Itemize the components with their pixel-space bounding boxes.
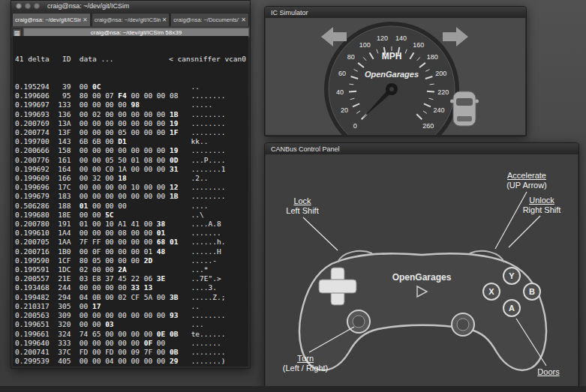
cansniffer-header-columns: 41 delta ID data ... (15, 55, 114, 64)
turn-signal-right-icon (443, 27, 468, 46)
tab-close-icon[interactable]: ✕ (83, 16, 88, 23)
cansniffer-row: 0.200666 158 00 00 00 00 00 00 00 19 ...… (15, 146, 246, 155)
desktop-edge (0, 386, 586, 392)
maximize-button[interactable] (34, 3, 40, 9)
svg-text:220: 220 (437, 88, 449, 96)
terminal-tab[interactable]: craig@nsa: ~/dev/git/ICSim✕ (12, 13, 91, 26)
cansniffer-row: 0.200563 309 00 00 00 00 00 00 00 93 ...… (15, 311, 246, 320)
cansniffer-row: 0.199692 164 00 00 C0 1A 00 00 00 31 ...… (15, 165, 246, 174)
cansniffer-row: 0.199590 1CF 80 05 00 00 00 2D .....- (15, 256, 246, 265)
cansniffer-row: 0.200774 13F 00 00 00 05 00 00 00 1F ...… (15, 128, 246, 137)
svg-text:120: 120 (377, 34, 388, 42)
cansniffer-row: 0.199661 324 74 65 00 00 00 00 0E 0B te.… (15, 330, 246, 339)
cansniffer-row: 0.200716 1B0 00 0F 00 00 00 01 48 ......… (15, 247, 246, 256)
cansniffer-row: 0.199609 166 00 32 00 18 .2.. (15, 174, 246, 183)
ic-simulator-title: IC Simulator (271, 9, 308, 16)
car-status-icon (450, 91, 479, 126)
face-button-label: Y (509, 271, 515, 280)
controller-brand: OpenGarages (392, 272, 452, 283)
cansniffer-row: 0.210317 305 00 17 .. (15, 302, 246, 311)
cansniffer-row: 0.299539 405 00 00 04 00 00 00 00 29 ...… (15, 357, 246, 366)
cansniffer-row: 0.199482 294 04 0B 00 02 CF 5A 00 3B ...… (15, 293, 246, 302)
terminal-titlebar[interactable]: craig@nsa: ~/dev/git/ICSim (11, 1, 250, 11)
svg-text:20: 20 (341, 106, 348, 114)
tab-label: craig@nsa: ~/dev/git/ICSim (15, 16, 81, 23)
ic-simulator-window: IC Simulator 020406080100120140160180200… (264, 6, 527, 136)
tab-close-icon[interactable]: ✕ (241, 16, 246, 23)
cansniffer-row: 0.199610 1A4 00 00 00 08 00 00 01 ......… (15, 229, 246, 238)
cansniffer-row: 0.506286 188 01 00 00 00 .... (15, 202, 246, 211)
cansniffer-row: 0.200741 37C FD 00 FD 00 09 7F 00 0B ...… (15, 348, 246, 357)
right-stick-icon (452, 313, 474, 336)
cansniffer-row: 0.200557 21E 03 E8 37 45 22 06 3E ..7E".… (15, 274, 246, 283)
face-button-label: A (509, 304, 515, 313)
cansniffer-row: 0.200705 1AA 7F FF 00 00 00 00 68 01 ...… (15, 238, 246, 247)
cansniffer-row: 0.199640 333 00 00 00 00 00 0F 00 ......… (15, 339, 246, 348)
cansniffer-header: 41 delta ID data ... < cansniffer vcan0 (15, 55, 246, 64)
minimize-button[interactable] (25, 3, 31, 9)
cansniffer-row: 0.200780 191 01 00 10 A1 41 00 38 ....A.… (15, 220, 246, 229)
window-title: craig@nsa: ~/dev/git/ICSim (47, 2, 129, 10)
close-button[interactable] (16, 3, 22, 9)
canbus-control-panel-title: CANBus Control Panel (271, 145, 340, 153)
canbus-control-panel-window: CANBus Control Panel (264, 142, 579, 388)
layout-grid-icon: ▦ (12, 28, 22, 37)
svg-text:140: 140 (395, 34, 407, 42)
cansniffer-row: 0.199591 1DC 02 00 00 2A ...* (15, 265, 246, 274)
left-stick-icon (347, 310, 370, 333)
label-doors: Doors (522, 367, 575, 377)
canbus-control-panel-body: OpenGarages YXBA Accelerate (UP Arrow) L… (266, 154, 578, 386)
cansniffer-row: 0.199693 136 00 02 00 00 00 00 00 1B ...… (15, 110, 246, 119)
svg-text:60: 60 (338, 70, 346, 77)
cansniffer-row: 0.199606 95 80 00 07 F4 00 00 00 08 ....… (15, 91, 246, 100)
terminal-window: craig@nsa: ~/dev/git/ICSim craig@nsa: ~/… (11, 0, 251, 369)
cansniffer-row: 0.299575 40C 00 00 00 00 04 00 00 13 ...… (15, 366, 246, 367)
terminal-body[interactable]: 41 delta ID data ... < cansniffer vcan0 … (13, 36, 248, 367)
canbus-control-panel-titlebar[interactable]: CANBus Control Panel (265, 143, 578, 154)
svg-text:100: 100 (359, 41, 371, 49)
tab-label: craig@nsa: ~/Documents/T2 (173, 16, 239, 23)
label-accelerate: Accelerate (UP Arrow) (488, 171, 566, 190)
label-lock: Lock Left Shift (273, 196, 332, 216)
leader-line-unlock (509, 216, 540, 247)
cansniffer-row: 0.199680 18E 00 00 5C ..\ (15, 211, 246, 220)
svg-text:180: 180 (427, 53, 438, 61)
svg-text:240: 240 (433, 106, 444, 114)
tab-close-icon[interactable]: ✕ (162, 16, 167, 23)
ic-simulator-body: 020406080100120140160180200220240260MPHO… (266, 18, 525, 135)
cansniffer-row: 0.199697 133 00 00 00 00 98 ..... (15, 100, 246, 109)
svg-text:80: 80 (347, 53, 355, 61)
cansniffer-row: 0.195294 39 00 0C .. (15, 82, 246, 91)
speedometer: 020406080100120140160180200220240260MPHO… (266, 18, 525, 135)
cansniffer-row: 0.199696 17C 00 00 00 00 10 00 00 12 ...… (15, 183, 246, 192)
svg-text:OpenGarages: OpenGarages (365, 70, 419, 79)
cansniffer-row: 0.200776 161 00 00 05 50 01 08 00 0D ...… (15, 156, 246, 165)
tab-label: craig@nsa: ~/dev/git/ICSim (95, 16, 161, 23)
cansniffer-row: 0.200769 13A 00 00 00 00 00 00 00 19 ...… (15, 119, 246, 128)
label-turn: Turn (Left / Right) (272, 354, 339, 373)
ic-simulator-titlebar[interactable]: IC Simulator (265, 7, 526, 18)
svg-text:MPH: MPH (382, 51, 402, 61)
terminal-tabs: craig@nsa: ~/dev/git/ICSim✕craig@nsa: ~/… (11, 11, 250, 26)
cansniffer-row: 0.193468 244 00 00 00 00 33 13 ....3. (15, 283, 246, 292)
cansniffer-row: 0.199700 143 6B 6B 00 D1 kk.. (15, 137, 246, 146)
cansniffer-row: 0.199679 183 00 00 00 00 00 00 00 1B ...… (15, 192, 246, 201)
leader-line-lock (303, 217, 338, 250)
svg-text:200: 200 (435, 70, 446, 77)
label-unlock: Unlock Right Shift (510, 196, 573, 215)
face-button-label: X (488, 287, 494, 296)
svg-text:40: 40 (336, 88, 344, 96)
terminal-tab[interactable]: craig@nsa: ~/dev/git/ICSim✕ (92, 13, 170, 26)
face-button-label: B (529, 287, 535, 296)
svg-text:160: 160 (413, 41, 424, 49)
svg-text:0: 0 (353, 122, 357, 130)
cansniffer-header-command: < cansniffer vcan0 (169, 55, 246, 64)
cansniffer-row: 0.199651 320 00 00 03 ... (15, 320, 246, 329)
terminal-tab[interactable]: craig@nsa: ~/Documents/T2✕ (170, 13, 249, 26)
svg-text:260: 260 (422, 122, 434, 130)
